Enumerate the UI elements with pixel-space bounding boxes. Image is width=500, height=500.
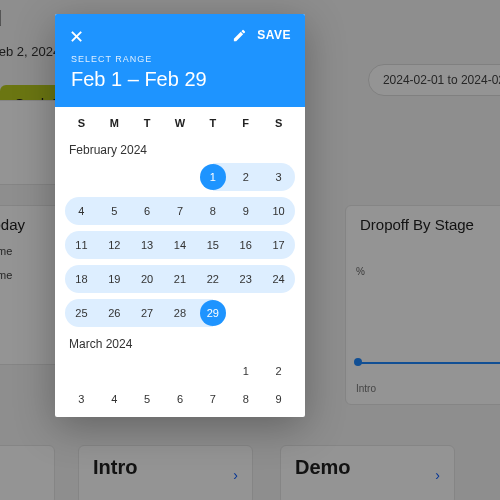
weekday: S <box>65 117 98 129</box>
calendar-grid-feb: 4 5 6 7 8 9 10 <box>55 197 305 229</box>
calendar-grid-feb: 25 26 27 28 29 <box>55 299 305 331</box>
edit-icon[interactable] <box>232 28 247 47</box>
weekday: T <box>131 117 164 129</box>
calendar-day[interactable]: 20 <box>131 265 164 293</box>
weekday: T <box>196 117 229 129</box>
calendar-day[interactable]: 10 <box>262 197 295 225</box>
calendar-grid-feb: 11 12 13 14 15 16 17 <box>55 231 305 263</box>
calendar-day-empty <box>262 299 295 327</box>
calendar-day[interactable]: 7 <box>196 385 229 413</box>
calendar-day[interactable]: 3 <box>262 163 295 191</box>
calendar-day-empty <box>131 163 164 191</box>
calendar-day-empty <box>65 163 98 191</box>
calendar-day[interactable]: 5 <box>131 385 164 413</box>
calendar-day[interactable]: 8 <box>196 197 229 225</box>
calendar-day-start[interactable]: 1 <box>196 163 229 191</box>
calendar-day[interactable]: 7 <box>164 197 197 225</box>
weekday-header: S M T W T F S <box>55 107 305 137</box>
calendar-day-empty <box>196 357 229 385</box>
calendar-day[interactable]: 11 <box>65 231 98 259</box>
calendar-day[interactable]: 15 <box>196 231 229 259</box>
calendar-day[interactable]: 2 <box>262 357 295 385</box>
calendar-grid-feb: 18 19 20 21 22 23 24 <box>55 265 305 297</box>
calendar-day-empty <box>98 357 131 385</box>
calendar-day-empty <box>65 357 98 385</box>
month-label: March 2024 <box>55 331 305 357</box>
calendar-day[interactable]: 1 <box>229 357 262 385</box>
calendar-day[interactable]: 18 <box>65 265 98 293</box>
calendar-day-empty <box>229 299 262 327</box>
calendar-day[interactable]: 9 <box>229 197 262 225</box>
calendar-day[interactable]: 25 <box>65 299 98 327</box>
calendar-day-empty <box>164 163 197 191</box>
calendar-day[interactable]: 9 <box>262 385 295 413</box>
calendar-day[interactable]: 6 <box>164 385 197 413</box>
save-button[interactable]: SAVE <box>257 28 291 42</box>
calendar-day[interactable]: 3 <box>65 385 98 413</box>
calendar-grid-feb: 1 2 3 <box>55 163 305 195</box>
calendar-day-end[interactable]: 29 <box>196 299 229 327</box>
calendar-day[interactable]: 23 <box>229 265 262 293</box>
weekday: F <box>229 117 262 129</box>
calendar-day[interactable]: 19 <box>98 265 131 293</box>
calendar-day-empty <box>98 163 131 191</box>
month-label: February 2024 <box>55 137 305 163</box>
calendar-day[interactable]: 27 <box>131 299 164 327</box>
calendar-day[interactable]: 2 <box>229 163 262 191</box>
calendar-day[interactable]: 13 <box>131 231 164 259</box>
weekday: S <box>262 117 295 129</box>
calendar-day[interactable]: 12 <box>98 231 131 259</box>
select-range-label: SELECT RANGE <box>71 54 289 64</box>
calendar-day[interactable]: 4 <box>65 197 98 225</box>
selected-range-text: Feb 1 – Feb 29 <box>71 68 289 91</box>
calendar-day[interactable]: 21 <box>164 265 197 293</box>
calendar-day-empty <box>131 357 164 385</box>
calendar-day[interactable]: 14 <box>164 231 197 259</box>
calendar-day[interactable]: 5 <box>98 197 131 225</box>
calendar-grid-mar: 1 2 3 4 5 6 7 8 9 <box>55 357 305 417</box>
date-range-picker: ✕ SAVE SELECT RANGE Feb 1 – Feb 29 S M T… <box>55 14 305 417</box>
calendar-day[interactable]: 22 <box>196 265 229 293</box>
calendar-day[interactable]: 17 <box>262 231 295 259</box>
calendar-day[interactable]: 4 <box>98 385 131 413</box>
calendar-day[interactable]: 8 <box>229 385 262 413</box>
calendar-day[interactable]: 16 <box>229 231 262 259</box>
calendar-day[interactable]: 6 <box>131 197 164 225</box>
weekday: W <box>164 117 197 129</box>
close-icon[interactable]: ✕ <box>69 28 84 46</box>
weekday: M <box>98 117 131 129</box>
calendar-day[interactable]: 28 <box>164 299 197 327</box>
calendar-day-empty <box>164 357 197 385</box>
calendar-day[interactable]: 26 <box>98 299 131 327</box>
calendar-day[interactable]: 24 <box>262 265 295 293</box>
